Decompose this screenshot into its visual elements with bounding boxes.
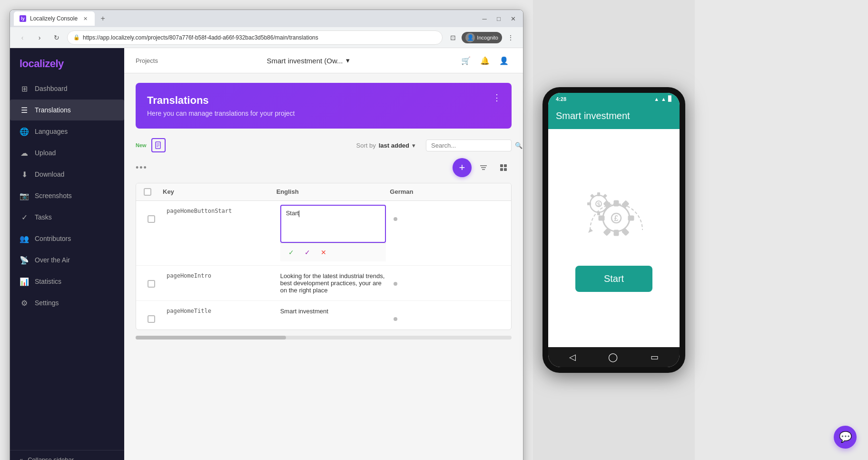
horizontal-scrollbar[interactable] (136, 336, 512, 340)
minimize-button[interactable]: ─ (478, 12, 491, 25)
new-tab-button[interactable]: + (97, 12, 109, 25)
row-checkbox[interactable] (144, 301, 163, 330)
svg-rect-24 (597, 192, 600, 196)
window-controls: ─ □ ✕ (478, 12, 519, 25)
sidebar-item-upload[interactable]: ☁ Upload (10, 142, 124, 163)
svg-text:£: £ (614, 214, 619, 222)
battery-icon: ▊ (668, 96, 672, 102)
notifications-button[interactable]: 🔔 (477, 53, 493, 68)
maximize-button[interactable]: □ (493, 12, 505, 25)
translation-english[interactable]: Looking for the latest industrial trends… (276, 266, 390, 300)
menu-button[interactable]: ⋮ (504, 31, 517, 44)
cart-button[interactable]: 🛒 (458, 53, 473, 68)
new-file-label: New (136, 142, 147, 148)
svg-marker-31 (588, 228, 593, 233)
main-content: Projects Smart investment (Ow... ▾ 🛒 🔔 👤… (124, 48, 523, 460)
phone-screen: 4:28 ▲ ▲ ▊ Smart investment (548, 93, 680, 367)
editor-text: Start (286, 210, 299, 217)
sidebar-item-statistics[interactable]: 📊 Statistics (10, 271, 124, 292)
incognito-label: Incognito (477, 35, 498, 40)
sidebar-item-label: Statistics (35, 278, 61, 285)
sidebar-item-translations[interactable]: ☰ Translations (10, 100, 124, 120)
text-editor[interactable]: Start (280, 205, 386, 243)
sidebar-item-label: Settings (35, 299, 59, 307)
sidebar-item-download[interactable]: ⬇ Download (10, 164, 124, 185)
refresh-button[interactable]: ↻ (50, 31, 63, 44)
empty-indicator (394, 282, 397, 286)
wifi-icon: ▲ (661, 96, 666, 102)
sidebar-item-screenshots[interactable]: 📷 Screenshots (10, 185, 124, 206)
url-bar[interactable]: 🔒 https://app.localizely.com/projects/80… (67, 30, 443, 45)
svg-rect-15 (629, 216, 633, 220)
tab-close-button[interactable]: ✕ (81, 15, 89, 22)
extensions-button[interactable]: ⊡ (446, 31, 460, 44)
browser-tab[interactable]: ly Localizely Console ✕ (14, 11, 95, 26)
translation-german[interactable] (390, 201, 503, 228)
table-header: Key English German (136, 183, 511, 201)
new-file-button[interactable] (151, 138, 166, 152)
filter-view-button[interactable] (475, 160, 492, 176)
sidebar-item-contributors[interactable]: 👥 Contributors (10, 228, 124, 249)
svg-rect-28 (602, 194, 607, 199)
forward-button[interactable]: › (33, 31, 46, 44)
back-button[interactable]: ‹ (16, 31, 29, 44)
phone-recents-button[interactable]: ▭ (651, 352, 659, 362)
translation-key: pageHomeIntro (163, 266, 276, 286)
sidebar-nav: ⊞ Dashboard ☰ Translations 🌐 Languages ☁… (10, 78, 124, 450)
svg-text:$: $ (597, 201, 600, 207)
translation-german[interactable] (390, 301, 503, 328)
select-all-checkbox[interactable] (144, 188, 163, 196)
scrollbar-thumb[interactable] (136, 336, 286, 340)
row-checkbox[interactable] (144, 266, 163, 294)
svg-rect-27 (587, 202, 591, 205)
grid-view-button[interactable] (495, 160, 512, 176)
english-column-header: English (276, 188, 390, 196)
search-input[interactable] (431, 142, 511, 149)
editor-action-bar: ✓ ✓ ✕ (280, 243, 386, 261)
add-translation-button[interactable]: + (453, 158, 472, 177)
svg-rect-8 (504, 164, 507, 167)
contributors-icon: 👥 (20, 234, 29, 243)
row-checkbox[interactable] (144, 201, 163, 230)
sidebar-item-tasks[interactable]: ✓ Tasks (10, 207, 124, 228)
translation-german[interactable] (390, 266, 503, 292)
project-selector[interactable]: Smart investment (Ow... ▾ (266, 56, 349, 65)
breadcrumb: Projects (136, 57, 158, 64)
sidebar-item-dashboard[interactable]: ⊞ Dashboard (10, 78, 124, 99)
banner-menu-button[interactable]: ⋮ (490, 90, 504, 105)
confirm-alt-button[interactable]: ✓ (301, 246, 314, 259)
sort-button[interactable]: Sort by last added ▾ (351, 139, 421, 152)
signal-icon: ▲ (654, 96, 659, 102)
logo-text: localize (20, 58, 55, 70)
browser-window: ly Localizely Console ✕ + ─ □ ✕ ‹ › ↻ 🔒 … (10, 10, 523, 460)
svg-rect-19 (622, 229, 629, 235)
search-icon: 🔍 (515, 142, 523, 149)
phone-home-button[interactable]: ◯ (608, 352, 618, 362)
translation-english[interactable]: Start ✓ ✓ ✕ (276, 201, 390, 265)
lock-icon: 🔒 (73, 34, 80, 40)
camera-icon: 📷 (20, 191, 29, 200)
more-options-button[interactable]: ••• (136, 163, 148, 173)
banner-subtitle: Here you can manage translations for you… (147, 110, 500, 117)
phone-start-button[interactable]: Start (575, 266, 652, 292)
user-profile-button[interactable]: 👤 (496, 53, 512, 68)
close-button[interactable]: ✕ (507, 12, 519, 25)
logo: localizely (10, 48, 124, 78)
svg-rect-16 (599, 216, 604, 220)
cancel-button[interactable]: ✕ (317, 246, 330, 259)
collapse-sidebar-button[interactable]: « Collapse sidebar (20, 456, 115, 460)
phone-status-bar: 4:28 ▲ ▲ ▊ (548, 93, 680, 105)
phone-back-button[interactable]: ◁ (569, 352, 576, 362)
sidebar-item-over-the-air[interactable]: 📡 Over the Air (10, 250, 124, 270)
incognito-avatar: 👤 (465, 33, 475, 42)
sort-value: last added (379, 142, 409, 149)
sidebar-item-label: Download (35, 170, 64, 178)
search-box: 🔍 (426, 140, 512, 151)
sidebar-item-label: Translations (35, 106, 71, 114)
svg-rect-9 (500, 168, 503, 171)
confirm-button[interactable]: ✓ (285, 246, 297, 259)
phone-frame: 4:28 ▲ ▲ ▊ Smart investment (542, 87, 685, 373)
translation-english[interactable]: Smart investment (276, 301, 390, 321)
sidebar-item-settings[interactable]: ⚙ Settings (10, 292, 124, 313)
sidebar-item-languages[interactable]: 🌐 Languages (10, 121, 124, 142)
